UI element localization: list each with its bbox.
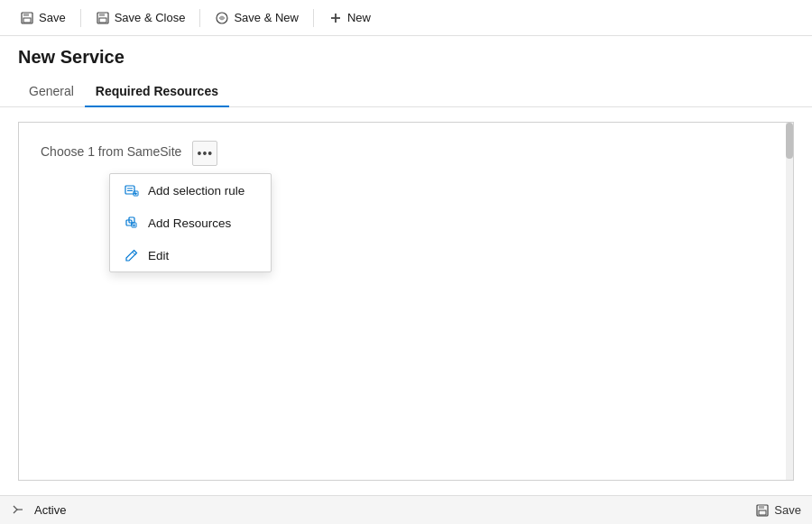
toolbar: Save Save & Close Save & New (0, 0, 812, 36)
save-icon (20, 11, 34, 25)
new-label: New (347, 11, 371, 24)
svg-rect-24 (759, 510, 766, 515)
svg-rect-5 (99, 18, 106, 23)
active-status: Active (34, 503, 66, 517)
save-close-button[interactable]: Save & Close (87, 7, 195, 29)
save-label: Save (39, 11, 66, 24)
save-new-label: Save & New (234, 11, 299, 24)
selection-icon (125, 183, 139, 198)
resources-icon (125, 216, 139, 230)
add-resources-label: Add Resources (148, 216, 231, 230)
save-new-button[interactable]: Save & New (206, 7, 308, 29)
svg-rect-4 (99, 13, 105, 16)
page-title: New Service (18, 47, 794, 68)
ellipsis-icon: ••• (198, 147, 214, 160)
tab-required-resources[interactable]: Required Resources (85, 77, 229, 107)
new-icon (328, 11, 343, 25)
separator-3 (313, 9, 314, 27)
save-new-icon (215, 11, 229, 25)
save-close-label: Save & Close (115, 11, 186, 24)
new-button[interactable]: New (319, 7, 380, 29)
status-bar-left: Active (11, 503, 66, 518)
svg-line-20 (133, 252, 136, 255)
separator-1 (80, 9, 81, 27)
svg-rect-23 (759, 505, 764, 509)
tab-general[interactable]: General (18, 77, 85, 107)
scrollbar[interactable] (786, 123, 793, 480)
status-bar: Active Save (0, 495, 812, 524)
scrollbar-thumb (786, 123, 793, 159)
status-bar-right: Save (756, 503, 801, 517)
edit-label: Edit (148, 249, 169, 262)
resource-panel: Choose 1 from SameSite ••• Ad (18, 122, 794, 481)
status-save-label: Save (774, 503, 801, 517)
status-save-icon (756, 504, 769, 517)
svg-rect-2 (23, 18, 31, 23)
add-selection-rule-label: Add selection rule (148, 184, 245, 198)
svg-rect-1 (23, 13, 29, 16)
edit-icon (125, 248, 139, 262)
ellipsis-button[interactable]: ••• (192, 141, 217, 166)
expand-icon[interactable] (11, 503, 25, 518)
tabs-container: General Required Resources (0, 77, 812, 107)
choose-label: Choose 1 from SameSite (41, 141, 181, 159)
separator-2 (199, 9, 200, 27)
save-close-icon (96, 11, 110, 25)
dropdown-menu: Add selection rule Add Resources (109, 173, 272, 272)
page-header: New Service (0, 36, 812, 77)
main-content: Choose 1 from SameSite ••• Ad (0, 107, 812, 495)
menu-item-add-resources[interactable]: Add Resources (110, 207, 271, 239)
menu-item-add-selection-rule[interactable]: Add selection rule (110, 174, 271, 207)
save-button[interactable]: Save (11, 7, 75, 29)
menu-item-edit[interactable]: Edit (110, 239, 271, 271)
